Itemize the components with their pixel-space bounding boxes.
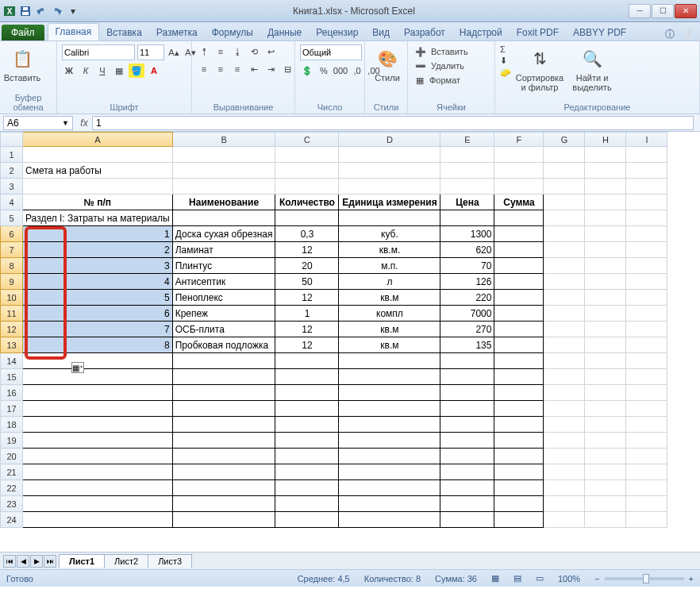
cell-I5[interactable] [626, 210, 667, 226]
cell-A12[interactable]: 7 [23, 322, 173, 337]
cell-C7[interactable]: 12 [275, 242, 339, 258]
cell-A24[interactable] [23, 512, 173, 528]
qat-more-icon[interactable]: ▾ [67, 5, 79, 17]
wrap-text-icon[interactable]: ↩ [263, 44, 278, 59]
cell-B19[interactable] [172, 433, 275, 449]
cell-B22[interactable] [172, 480, 275, 496]
cell-G14[interactable] [544, 353, 585, 369]
cell-F8[interactable] [494, 258, 544, 274]
cell-H24[interactable] [585, 512, 626, 528]
chevron-down-icon[interactable]: ▼ [62, 119, 69, 127]
bold-button[interactable]: Ж [62, 64, 76, 78]
cell-D8[interactable]: м.п. [339, 258, 440, 274]
cell-I21[interactable] [626, 464, 667, 480]
cell-C22[interactable] [275, 480, 339, 496]
cell-G16[interactable] [544, 385, 585, 401]
tab-data[interactable]: Данные [260, 25, 309, 40]
cell-B17[interactable] [172, 401, 275, 417]
cell-E20[interactable] [440, 449, 494, 464]
minimize-ribbon-icon[interactable]: ⓘ [663, 28, 676, 40]
col-header-E[interactable]: E [440, 133, 494, 147]
font-size-combo[interactable] [137, 44, 164, 60]
cell-C16[interactable] [275, 385, 339, 401]
cell-G8[interactable] [544, 258, 585, 274]
indent-inc-icon[interactable]: ⇥ [263, 62, 278, 76]
orientation-icon[interactable]: ⟲ [247, 44, 261, 59]
clear-icon[interactable]: 🧽 [500, 67, 511, 78]
cell-C20[interactable] [275, 449, 339, 464]
cell-C17[interactable] [275, 401, 339, 417]
tab-review[interactable]: Рецензир [309, 25, 365, 40]
align-right-icon[interactable]: ≡ [230, 62, 244, 76]
cell-G6[interactable] [544, 226, 585, 242]
percent-icon[interactable]: % [317, 64, 331, 78]
cell-B5[interactable] [172, 210, 275, 226]
col-header-G[interactable]: G [544, 133, 585, 147]
cell-C23[interactable] [275, 496, 339, 512]
styles-button[interactable]: 🎨 Стили [370, 44, 405, 84]
row-header-10[interactable]: 10 [1, 290, 23, 306]
cell-C15[interactable] [275, 369, 339, 385]
view-normal-icon[interactable]: ▦ [491, 573, 499, 583]
tab-nav-prev[interactable]: ◀ [17, 555, 29, 568]
zoom-slider[interactable] [605, 577, 684, 580]
cell-E8[interactable]: 70 [440, 258, 494, 274]
cell-G9[interactable] [544, 274, 585, 290]
cell-C10[interactable]: 12 [275, 290, 339, 306]
cell-I19[interactable] [626, 433, 667, 449]
sheet-tab-1[interactable]: Лист1 [59, 554, 105, 568]
cell-A20[interactable] [23, 449, 173, 464]
cell-B18[interactable] [172, 417, 275, 433]
cell-C8[interactable]: 20 [275, 258, 339, 274]
cell-H19[interactable] [585, 433, 626, 449]
worksheet[interactable]: ABCDEFGHI12Смета на работы34№ п/пНаимено… [0, 132, 700, 552]
cell-A10[interactable]: 5 [23, 290, 173, 306]
cell-H7[interactable] [585, 242, 626, 258]
cell-B8[interactable]: Плинтус [172, 258, 275, 274]
cell-G3[interactable] [544, 179, 585, 194]
align-bottom-icon[interactable]: ⭳ [230, 44, 244, 59]
cell-A8[interactable]: 3 [23, 258, 173, 274]
align-left-icon[interactable]: ≡ [197, 62, 211, 76]
row-header-14[interactable]: 14 [1, 353, 23, 369]
cell-B15[interactable] [172, 369, 275, 385]
cell-G18[interactable] [544, 417, 585, 433]
cell-D9[interactable]: л [339, 274, 440, 290]
cell-G10[interactable] [544, 290, 585, 306]
cell-G21[interactable] [544, 464, 585, 480]
cell-I20[interactable] [626, 449, 667, 464]
row-header-5[interactable]: 5 [1, 210, 23, 226]
cell-I18[interactable] [626, 417, 667, 433]
tab-view[interactable]: Вид [365, 25, 397, 40]
cell-E13[interactable]: 135 [440, 337, 494, 353]
cell-F24[interactable] [494, 512, 544, 528]
col-header-B[interactable]: B [172, 133, 275, 147]
cell-D2[interactable] [339, 163, 440, 179]
cell-H2[interactable] [585, 163, 626, 179]
sort-filter-button[interactable]: ⇅ Сортировка и фильтр [516, 44, 563, 94]
cell-H14[interactable] [585, 353, 626, 369]
cell-I22[interactable] [626, 480, 667, 496]
cell-F3[interactable] [494, 179, 544, 194]
cell-E16[interactable] [440, 385, 494, 401]
underline-button[interactable]: Ч [95, 64, 110, 78]
cell-C1[interactable] [275, 147, 339, 163]
col-header-A[interactable]: A [23, 133, 173, 147]
cell-E11[interactable]: 7000 [440, 306, 494, 322]
cell-D7[interactable]: кв.м. [339, 242, 440, 258]
cell-I16[interactable] [626, 385, 667, 401]
cell-H9[interactable] [585, 274, 626, 290]
row-header-13[interactable]: 13 [1, 337, 23, 353]
cell-A19[interactable] [23, 433, 173, 449]
cell-H3[interactable] [585, 179, 626, 194]
cell-B13[interactable]: Пробковая подложка [172, 337, 275, 353]
cell-A1[interactable] [23, 147, 173, 163]
cell-E19[interactable] [440, 433, 494, 449]
cell-F2[interactable] [494, 163, 544, 179]
view-break-icon[interactable]: ▭ [536, 573, 544, 583]
cell-C18[interactable] [275, 417, 339, 433]
number-format-combo[interactable] [300, 44, 362, 60]
cell-H16[interactable] [585, 385, 626, 401]
cell-B12[interactable]: ОСБ-плита [172, 322, 275, 337]
cell-I13[interactable] [626, 337, 667, 353]
